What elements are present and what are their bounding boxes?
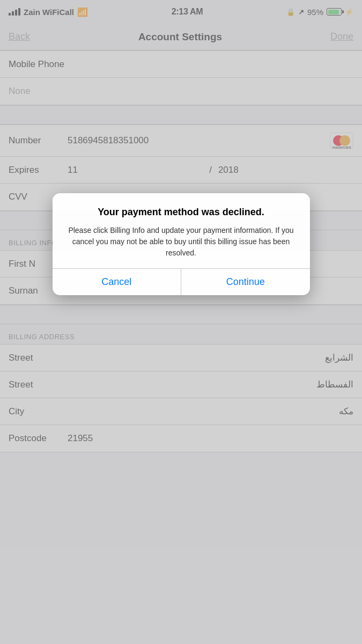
alert-content: Your payment method was declined. Please… [53,193,310,268]
continue-button[interactable]: Continue [181,269,310,295]
overlay: Your payment method was declined. Please… [0,0,362,644]
alert-dialog: Your payment method was declined. Please… [53,193,310,295]
alert-message: Please click Billing Info and update you… [65,225,297,259]
alert-buttons: Cancel Continue [53,268,310,295]
alert-title: Your payment method was declined. [65,206,297,218]
cancel-button[interactable]: Cancel [53,269,182,295]
